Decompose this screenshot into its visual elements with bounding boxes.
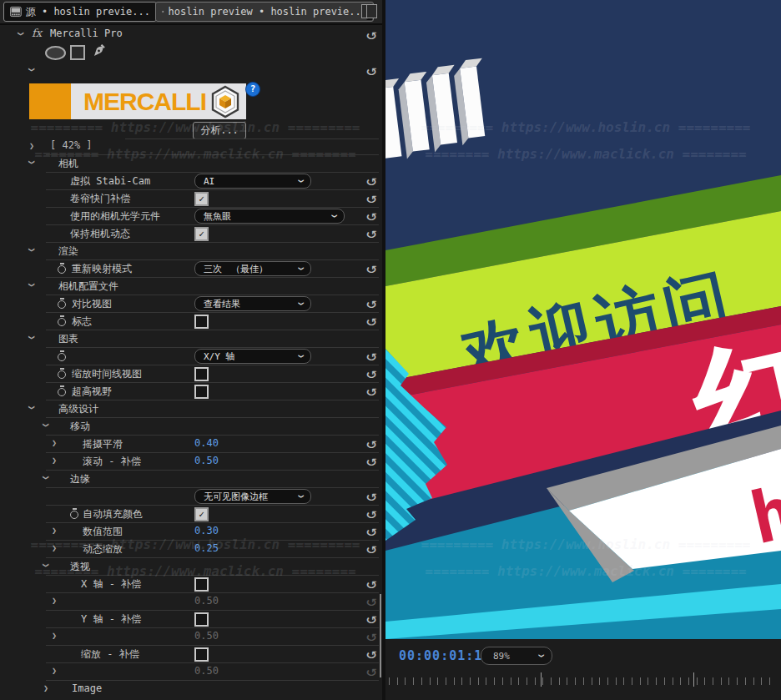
checkbox[interactable]: ✓: [194, 647, 209, 662]
chevron-right-icon[interactable]: ❯: [50, 438, 58, 447]
timecode[interactable]: 00:00:01:11: [399, 648, 491, 663]
logo-orange-block: [29, 83, 71, 119]
dropdown[interactable]: 查看结果❯: [194, 296, 311, 311]
dropdown[interactable]: X/Y 轴❯: [194, 349, 311, 364]
dropdown[interactable]: AI❯: [194, 174, 311, 189]
group-image: ❯ Image: [0, 680, 382, 697]
dropdown[interactable]: 无可见图像边框❯: [194, 489, 311, 504]
rectangle-mask-icon[interactable]: [70, 45, 85, 60]
param-value-range: ❯ 数值范围 0.30 ↺: [0, 522, 382, 540]
checkbox[interactable]: ✓: [194, 385, 209, 399]
reset-icon[interactable]: ↺: [365, 224, 376, 241]
reset-icon[interactable]: ↺: [365, 505, 376, 521]
reset-icon[interactable]: ↺: [365, 435, 376, 451]
mercalli-hexagon-icon: [208, 84, 243, 119]
ruler-major-tick: [693, 672, 694, 687]
section-advanced-design: ❯ 高级设计: [0, 400, 382, 417]
reset-icon[interactable]: ↺: [365, 312, 376, 329]
analyze-button[interactable]: 分析...: [193, 122, 246, 139]
chevron-down-icon[interactable]: ❯: [28, 66, 37, 74]
mercalli-logo: MERCALLI: [29, 83, 246, 119]
stopwatch-icon[interactable]: [57, 368, 68, 380]
tab-effect-controls[interactable]: hoslin preview • hoslin previe...: [155, 2, 374, 22]
help-badge[interactable]: ?: [245, 82, 260, 97]
reset-icon[interactable]: ↺: [365, 207, 376, 224]
chevron-down-icon[interactable]: ❯: [28, 404, 37, 412]
panel-scrollbar[interactable]: [380, 594, 381, 677]
chevron-right-icon[interactable]: ❯: [50, 596, 58, 605]
value-field[interactable]: 0.40: [194, 437, 219, 449]
zoom-level-dropdown[interactable]: 89% ❯: [481, 647, 552, 665]
effect-name: Mercalli Pro: [50, 28, 123, 39]
chevron-down-icon[interactable]: ❯: [42, 474, 51, 482]
ellipse-mask-icon[interactable]: [45, 46, 66, 60]
reset-icon[interactable]: ↺: [365, 189, 376, 206]
stopwatch-icon[interactable]: [69, 508, 80, 520]
stopwatch-icon[interactable]: [57, 385, 68, 397]
stopwatch-icon[interactable]: [57, 298, 68, 310]
checkbox[interactable]: ✓: [194, 367, 209, 381]
param-virtual-stabicam: 虚拟 Stabi-Cam AI❯ ↺: [0, 172, 382, 189]
chevron-right-icon[interactable]: ❯: [50, 526, 58, 535]
chevron-right-icon[interactable]: ❯: [50, 666, 58, 675]
stopwatch-icon[interactable]: [57, 315, 68, 327]
reset-icon[interactable]: ↺: [365, 295, 376, 311]
reset-icon[interactable]: ↺: [365, 347, 376, 364]
param-y-axis-compensation: Y 轴 - 补偿 ✓ ↺: [0, 610, 382, 627]
value-field[interactable]: 0.50: [194, 455, 219, 466]
value-field[interactable]: 0.25: [194, 542, 219, 554]
timeline-ruler[interactable]: [389, 677, 778, 685]
reset-icon[interactable]: ↺: [365, 487, 376, 504]
param-y-axis-value: ❯ 0.50 ↺: [0, 627, 382, 645]
chevron-right-icon[interactable]: ❯: [50, 456, 58, 465]
dropdown[interactable]: 無魚眼❯: [194, 209, 345, 224]
value-field[interactable]: 0.30: [194, 525, 219, 536]
param-zoom-timeline-view: 缩放时间线视图 ✓ ↺: [0, 365, 382, 382]
checkbox[interactable]: ✓: [194, 577, 209, 592]
param-x-axis-value: ❯ 0.50 ↺: [0, 592, 382, 610]
chevron-down-icon[interactable]: ❯: [28, 159, 37, 167]
tab-effect-label: hoslin preview • hoslin previe...: [169, 6, 367, 18]
composition-viewport[interactable]: 欢迎访问 红 h: [385, 0, 781, 639]
reset-icon: ↺: [365, 627, 376, 644]
checkbox[interactable]: ✓: [194, 612, 209, 627]
stopwatch-icon[interactable]: [57, 263, 68, 274]
param-ultra-wide-view: 超高视野 ✓ ↺: [0, 382, 382, 400]
checkbox[interactable]: ✓: [194, 507, 209, 521]
chevron-right-icon[interactable]: ❯: [50, 631, 58, 640]
chevron-down-icon[interactable]: ❯: [28, 246, 37, 254]
checkbox[interactable]: ✓: [194, 315, 209, 329]
tab-source[interactable]: 源 • hoslin previe...: [3, 2, 157, 22]
preview-frame: 欢迎访问 红 h: [385, 0, 781, 639]
chevron-down-icon[interactable]: ❯: [17, 30, 26, 38]
reset-icon[interactable]: ↺: [365, 26, 376, 43]
chevron-down-icon[interactable]: ❯: [42, 562, 51, 570]
reset-icon[interactable]: ↺: [365, 259, 376, 276]
pen-tool-icon[interactable]: [92, 43, 107, 58]
reset-icon[interactable]: ↺: [365, 610, 376, 627]
reset-icon[interactable]: ↺: [365, 365, 376, 381]
reset-icon[interactable]: ↺: [365, 645, 376, 662]
chevron-down-icon: ❯: [537, 653, 545, 657]
stopwatch-icon[interactable]: [57, 350, 68, 362]
checkbox[interactable]: ✓: [194, 227, 209, 241]
reset-icon[interactable]: ↺: [365, 172, 376, 189]
subsection-perspective: ❯ 透视: [0, 557, 382, 575]
chevron-right-icon[interactable]: ❯: [42, 683, 50, 692]
reset-icon[interactable]: ↺: [365, 575, 376, 592]
param-scale-value: ❯ 0.50 ↺: [0, 662, 382, 680]
reset-icon[interactable]: ↺: [365, 382, 376, 399]
chevron-down-icon[interactable]: ❯: [28, 281, 37, 290]
reset-icon[interactable]: ↺: [365, 62, 376, 78]
checkbox[interactable]: ✓: [194, 192, 209, 206]
reset-icon[interactable]: ↺: [365, 452, 376, 469]
dropdown[interactable]: 三次 （最佳）❯: [194, 261, 311, 276]
chevron-down-icon[interactable]: ❯: [28, 334, 37, 342]
reset-icon[interactable]: ↺: [365, 522, 376, 539]
chevron-right-icon[interactable]: ❯: [50, 543, 58, 552]
param-pan-smooth: ❯ 摇摄平滑 0.40 ↺: [0, 435, 382, 452]
chevron-down-icon[interactable]: ❯: [42, 421, 51, 430]
panel-layout-icon[interactable]: [361, 4, 377, 18]
chevron-right-icon[interactable]: ❯: [28, 141, 36, 150]
reset-icon[interactable]: ↺: [365, 540, 376, 556]
